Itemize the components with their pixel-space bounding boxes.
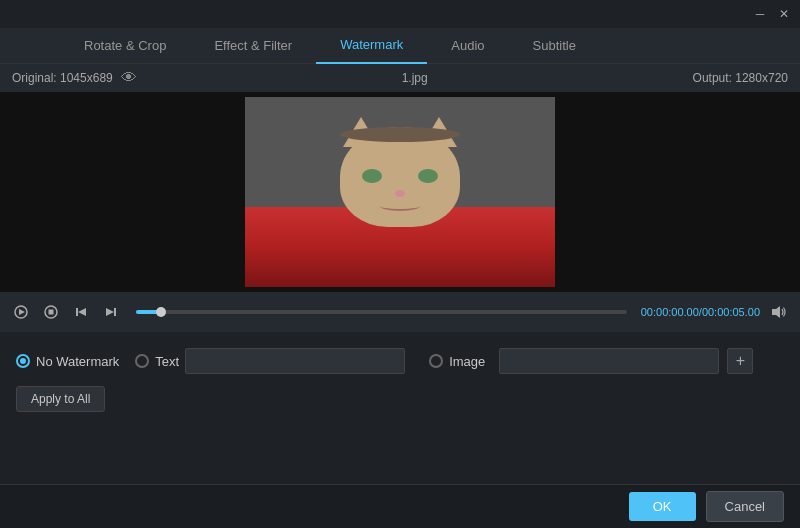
eye-icon[interactable]: 👁 (121, 69, 137, 87)
text-watermark-radio[interactable] (135, 354, 149, 368)
cat-mouth (380, 201, 420, 211)
no-watermark-radio[interactable] (16, 354, 30, 368)
image-watermark-radio[interactable] (429, 354, 443, 368)
image-watermark-label: Image (449, 354, 485, 369)
cat-fur (340, 127, 460, 142)
progress-dot (156, 307, 166, 317)
tab-bar: Rotate & Crop Effect & Filter Watermark … (0, 28, 800, 64)
tab-rotate-crop[interactable]: Rotate & Crop (60, 28, 190, 64)
controls-bar: 00:00:00.00/00:00:05.00 (0, 292, 800, 332)
video-preview (0, 92, 800, 292)
cat-eye-left (362, 169, 382, 183)
video-frame (245, 97, 555, 287)
cat-nose (395, 190, 405, 197)
cat-face (335, 117, 465, 257)
text-watermark-area: Text (135, 348, 405, 374)
svg-marker-8 (772, 306, 780, 318)
watermark-options: No Watermark Text Image + (16, 348, 784, 374)
svg-marker-5 (78, 308, 86, 316)
stop-button[interactable] (40, 301, 62, 323)
title-bar: ─ ✕ (0, 0, 800, 28)
svg-marker-1 (19, 309, 25, 315)
watermark-section: No Watermark Text Image + Apply to All (0, 332, 800, 420)
close-button[interactable]: ✕ (776, 6, 792, 22)
cat-eye-right (418, 169, 438, 183)
original-resolution: Original: 1045x689 (12, 71, 113, 85)
image-watermark-option[interactable]: Image (429, 354, 485, 369)
preview-bar: Original: 1045x689 👁 1.jpg Output: 1280x… (0, 64, 800, 92)
cancel-button[interactable]: Cancel (706, 491, 784, 522)
no-watermark-option[interactable]: No Watermark (16, 354, 119, 369)
image-watermark-area: Image + (429, 348, 753, 374)
tab-subtitle[interactable]: Subtitle (509, 28, 600, 64)
image-watermark-input[interactable] (499, 348, 719, 374)
svg-rect-6 (114, 308, 116, 316)
apply-to-all-button[interactable]: Apply to All (16, 386, 105, 412)
no-watermark-label: No Watermark (36, 354, 119, 369)
text-watermark-label: Text (155, 354, 179, 369)
time-display: 00:00:00.00/00:00:05.00 (641, 306, 760, 318)
progress-bar[interactable] (136, 310, 627, 314)
ok-button[interactable]: OK (629, 492, 696, 521)
play-button[interactable] (10, 301, 32, 323)
svg-marker-7 (106, 308, 114, 316)
output-resolution: Output: 1280x720 (693, 71, 788, 85)
tab-effect-filter[interactable]: Effect & Filter (190, 28, 316, 64)
svg-rect-3 (49, 310, 54, 315)
prev-button[interactable] (70, 301, 92, 323)
text-watermark-input[interactable] (185, 348, 405, 374)
text-watermark-option[interactable]: Text (135, 354, 179, 369)
filename-label: 1.jpg (402, 71, 428, 85)
minimize-button[interactable]: ─ (752, 6, 768, 22)
tab-audio[interactable]: Audio (427, 28, 508, 64)
svg-rect-4 (76, 308, 78, 316)
volume-button[interactable] (768, 301, 790, 323)
add-image-button[interactable]: + (727, 348, 753, 374)
cat-head (340, 127, 460, 227)
next-button[interactable] (100, 301, 122, 323)
bottom-bar: OK Cancel (0, 484, 800, 528)
tab-watermark[interactable]: Watermark (316, 28, 427, 64)
